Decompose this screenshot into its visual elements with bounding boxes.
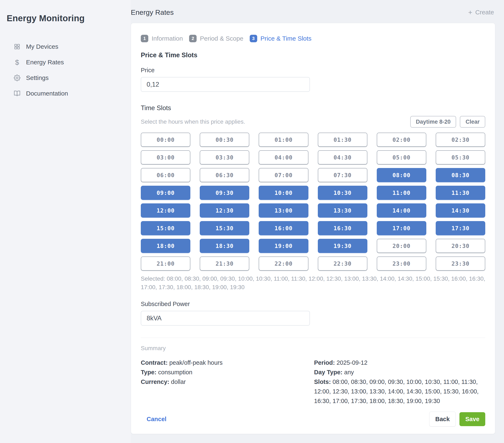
time-slot-button[interactable]: 23:30 (436, 256, 485, 271)
sidebar-item-energy-rates[interactable]: $ Energy Rates (6, 54, 125, 70)
summary-day-type-label: Day Type: (314, 369, 342, 375)
step-period-scope[interactable]: 2 Period & Scope (189, 35, 243, 42)
time-slot-button[interactable]: 17:30 (436, 221, 485, 235)
section-title: Price & Time Slots (141, 52, 485, 59)
time-slot-button[interactable]: 11:30 (436, 186, 485, 200)
subscribed-power-label: Subscribed Power (141, 301, 485, 307)
selected-slots-text: Selected: 08:00, 08:30, 09:00, 09:30, 10… (141, 274, 485, 291)
time-slot-button[interactable]: 18:00 (141, 239, 190, 253)
summary-right-column: Period: 2025-09-12 Day Type: any Slots: … (314, 358, 485, 406)
time-slot-button[interactable]: 22:00 (259, 256, 308, 271)
time-slot-button[interactable]: 00:00 (141, 133, 190, 147)
summary-slots-label: Slots: (314, 378, 331, 385)
time-slots-buttons: Daytime 8-20 Clear (410, 116, 485, 128)
time-slot-button[interactable]: 12:00 (141, 203, 190, 217)
save-button[interactable]: Save (459, 412, 485, 426)
time-slot-button[interactable]: 21:00 (141, 256, 190, 271)
time-slot-button[interactable]: 04:00 (259, 150, 308, 164)
time-slot-button[interactable]: 01:30 (318, 133, 367, 147)
time-slot-button[interactable]: 03:00 (141, 150, 190, 164)
step-price-time-slots[interactable]: 3 Price & Time Slots (250, 35, 312, 42)
sidebar-item-documentation[interactable]: Documentation (6, 86, 125, 101)
app-layout: Energy Monitoring My Devices $ Energy Ra… (0, 0, 504, 443)
time-slot-button[interactable]: 00:30 (200, 133, 249, 147)
time-slot-button[interactable]: 02:00 (377, 133, 426, 147)
time-slot-button[interactable]: 16:00 (259, 221, 308, 235)
price-input[interactable] (141, 77, 310, 92)
time-slot-button[interactable]: 03:30 (200, 150, 249, 164)
time-slot-button[interactable]: 20:00 (377, 239, 426, 253)
time-slot-button[interactable]: 01:00 (259, 133, 308, 147)
time-slot-button[interactable]: 05:30 (436, 150, 485, 164)
time-slot-button[interactable]: 07:30 (318, 168, 367, 182)
subscribed-power-input[interactable] (141, 311, 310, 326)
time-slot-button[interactable]: 19:00 (259, 239, 308, 253)
sidebar-item-my-devices[interactable]: My Devices (6, 39, 125, 54)
time-slot-button[interactable]: 19:30 (318, 239, 367, 253)
sidebar-item-settings[interactable]: Settings (6, 70, 125, 86)
rate-wizard-card: 1 Information 2 Period & Scope 3 Price &… (131, 23, 495, 434)
time-slot-button[interactable]: 09:30 (200, 186, 249, 200)
summary-slots: Slots: 08:00, 08:30, 09:00, 09:30, 10:00… (314, 377, 485, 406)
time-slot-button[interactable]: 06:30 (200, 168, 249, 182)
time-slot-button[interactable]: 20:30 (436, 239, 485, 253)
time-slot-button[interactable]: 17:00 (377, 221, 426, 235)
time-slot-button[interactable]: 10:00 (259, 186, 308, 200)
time-slot-button[interactable]: 13:00 (259, 203, 308, 217)
book-icon (14, 90, 20, 97)
summary-currency-label: Currency: (141, 378, 169, 385)
summary-title: Summary (141, 345, 485, 352)
time-slot-button[interactable]: 02:30 (436, 133, 485, 147)
time-slot-button[interactable]: 04:30 (318, 150, 367, 164)
clear-button[interactable]: Clear (460, 116, 485, 128)
back-button[interactable]: Back (429, 411, 456, 426)
time-slot-button[interactable]: 14:30 (436, 203, 485, 217)
price-label: Price (141, 67, 485, 74)
divider (141, 338, 485, 338)
sidebar-nav: My Devices $ Energy Rates Settings (6, 39, 125, 101)
step-number-badge: 3 (250, 35, 257, 42)
gear-icon (14, 74, 20, 81)
time-slot-button[interactable]: 08:00 (377, 168, 426, 182)
price-field-block: Price (141, 67, 485, 92)
time-slot-grid: 00:00 00:30 01:00 01:30 02:00 02:30 03:0… (141, 133, 485, 271)
subscribed-power-block: Subscribed Power (141, 301, 485, 326)
time-slot-button[interactable]: 06:00 (141, 168, 190, 182)
time-slot-button[interactable]: 16:30 (318, 221, 367, 235)
time-slot-button[interactable]: 18:30 (200, 239, 249, 253)
sidebar: Energy Monitoring My Devices $ Energy Ra… (0, 0, 131, 443)
step-information[interactable]: 1 Information (141, 35, 183, 42)
wizard-steps: 1 Information 2 Period & Scope 3 Price &… (141, 35, 485, 42)
time-slot-button[interactable]: 15:00 (141, 221, 190, 235)
time-slot-button[interactable]: 09:00 (141, 186, 190, 200)
time-slot-button[interactable]: 21:30 (200, 256, 249, 271)
main-area: Energy Rates + Create 1 Information 2 Pe… (131, 0, 504, 443)
daytime-preset-button[interactable]: Daytime 8-20 (410, 116, 456, 128)
summary-period-label: Period: (314, 359, 335, 366)
summary-contract: Contract: peak/off-peak hours (141, 358, 312, 367)
summary-currency: Currency: dollar (141, 377, 312, 387)
app-title: Energy Monitoring (7, 13, 125, 23)
time-slot-button[interactable]: 10:30 (318, 186, 367, 200)
time-slot-button[interactable]: 23:00 (377, 256, 426, 271)
create-button[interactable]: + Create (467, 9, 495, 16)
time-slot-button[interactable]: 14:00 (377, 203, 426, 217)
summary-currency-value: dollar (171, 378, 186, 385)
time-slot-button[interactable]: 08:30 (436, 168, 485, 182)
dollar-icon: $ (14, 59, 20, 66)
create-button-label: Create (475, 9, 494, 16)
summary-type-label: Type: (141, 369, 156, 375)
time-slot-button[interactable]: 11:00 (377, 186, 426, 200)
time-slot-button[interactable]: 15:30 (200, 221, 249, 235)
time-slot-button[interactable]: 12:30 (200, 203, 249, 217)
cancel-button[interactable]: Cancel (141, 416, 166, 423)
sidebar-item-label: My Devices (26, 43, 58, 50)
summary-grid: Contract: peak/off-peak hours Type: cons… (141, 358, 485, 406)
wizard-footer: Cancel Back Save (141, 411, 485, 426)
time-slot-button[interactable]: 13:30 (318, 203, 367, 217)
grid-icon (14, 43, 20, 50)
time-slot-button[interactable]: 05:00 (377, 150, 426, 164)
time-slot-button[interactable]: 07:00 (259, 168, 308, 182)
summary-contract-label: Contract: (141, 359, 168, 366)
time-slot-button[interactable]: 22:30 (318, 256, 367, 271)
